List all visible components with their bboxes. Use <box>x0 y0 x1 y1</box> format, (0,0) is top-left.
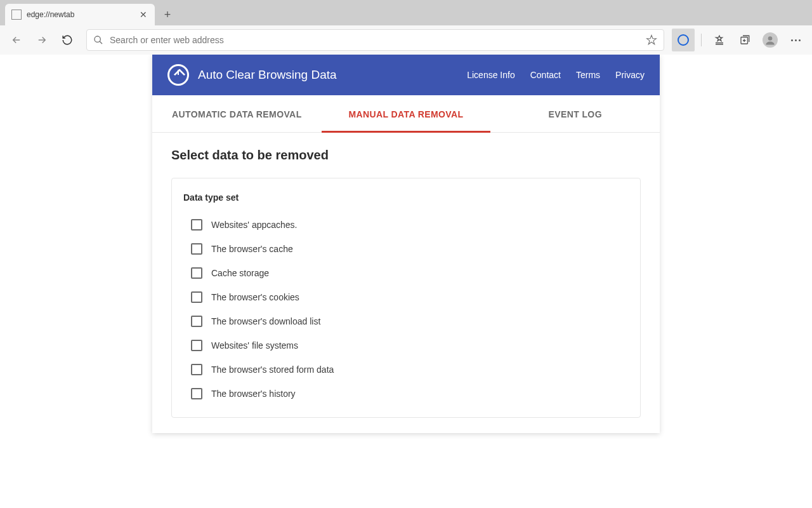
favorites-list-icon[interactable] <box>708 29 731 51</box>
checkbox-history[interactable] <box>191 388 202 399</box>
checkbox-label: Websites' file systems <box>211 340 298 351</box>
content-area: Select data to be removed Data type set … <box>152 133 660 433</box>
svg-point-0 <box>95 36 100 42</box>
nav-privacy[interactable]: Privacy <box>615 70 645 80</box>
new-tab-button[interactable]: + <box>159 6 176 23</box>
tab-bar: AUTOMATIC DATA REMOVAL MANUAL DATA REMOV… <box>152 95 660 133</box>
app-container: Auto Clear Browsing Data License Info Co… <box>152 55 660 433</box>
card-title: Data type set <box>183 192 629 203</box>
checkbox-cache[interactable] <box>191 243 202 255</box>
checkbox-file-systems[interactable] <box>191 340 202 351</box>
app-nav: License Info Contact Terms Privacy <box>467 70 645 80</box>
address-bar[interactable] <box>86 29 664 51</box>
checkbox-cookies[interactable] <box>191 291 202 303</box>
app-title: Auto Clear Browsing Data <box>198 68 467 82</box>
checkbox-label: Websites' appcaches. <box>211 220 298 230</box>
toolbar-divider <box>701 34 702 46</box>
browser-tab-strip: edge://newtab ✕ + <box>0 0 812 25</box>
nav-terms[interactable]: Terms <box>576 70 600 80</box>
avatar-icon <box>763 32 778 48</box>
refresh-button[interactable] <box>56 29 79 51</box>
checkbox-label: The browser's cookies <box>211 292 299 302</box>
tab-automatic[interactable]: AUTOMATIC DATA REMOVAL <box>152 95 322 132</box>
checkbox-cache-storage[interactable] <box>191 267 202 279</box>
checkbox-label: Cache storage <box>211 268 269 278</box>
list-item: The browser's cookies <box>183 285 629 309</box>
checkbox-label: The browser's download list <box>211 316 320 326</box>
more-menu-button[interactable] <box>784 29 807 51</box>
nav-license[interactable]: License Info <box>467 70 515 80</box>
list-item: Cache storage <box>183 261 629 285</box>
list-item: The browser's cache <box>183 237 629 261</box>
search-icon <box>93 35 103 45</box>
extension-button[interactable] <box>672 29 695 51</box>
checkbox-form-data[interactable] <box>191 364 202 375</box>
address-input[interactable] <box>110 35 639 45</box>
checkbox-downloads[interactable] <box>191 316 202 327</box>
data-type-card: Data type set Websites' appcaches. The b… <box>171 178 641 418</box>
app-logo-clock-icon <box>167 64 189 86</box>
checkbox-label: The browser's stored form data <box>211 364 334 375</box>
list-item: The browser's stored form data <box>183 358 629 382</box>
svg-point-2 <box>768 36 773 41</box>
checkbox-appcaches[interactable] <box>191 219 202 231</box>
page-icon <box>11 10 22 20</box>
close-tab-icon[interactable]: ✕ <box>138 10 148 20</box>
tab-manual[interactable]: MANUAL DATA REMOVAL <box>322 95 491 132</box>
back-button[interactable] <box>5 29 28 51</box>
tab-title: edge://newtab <box>27 10 133 19</box>
page-viewport: Auto Clear Browsing Data License Info Co… <box>0 55 812 508</box>
collections-icon[interactable] <box>733 29 756 51</box>
checkbox-label: The browser's cache <box>211 244 293 254</box>
browser-toolbar <box>0 25 812 55</box>
checkbox-label: The browser's history <box>211 389 296 399</box>
nav-contact[interactable]: Contact <box>530 70 561 80</box>
extension-clock-icon <box>678 34 689 46</box>
profile-button[interactable] <box>759 29 782 51</box>
dots-icon <box>791 39 801 41</box>
list-item: The browser's history <box>183 382 629 406</box>
list-item: The browser's download list <box>183 309 629 333</box>
forward-button[interactable] <box>30 29 53 51</box>
page-heading: Select data to be removed <box>171 148 641 163</box>
list-item: Websites' appcaches. <box>183 213 629 237</box>
list-item: Websites' file systems <box>183 333 629 358</box>
tab-event-log[interactable]: EVENT LOG <box>490 95 660 132</box>
browser-tab[interactable]: edge://newtab ✕ <box>5 4 155 25</box>
app-header: Auto Clear Browsing Data License Info Co… <box>152 55 660 95</box>
favorite-icon[interactable] <box>646 34 657 46</box>
